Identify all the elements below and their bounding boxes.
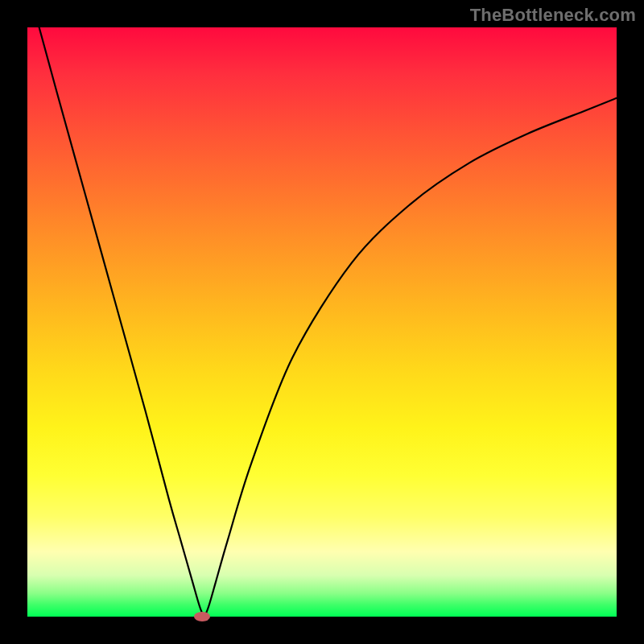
curve-layer bbox=[27, 27, 617, 617]
plot-area bbox=[27, 27, 617, 617]
chart-frame: TheBottleneck.com bbox=[0, 0, 644, 644]
min-marker bbox=[194, 612, 210, 621]
watermark-text: TheBottleneck.com bbox=[470, 5, 636, 26]
bottleneck-curve-path bbox=[39, 27, 617, 617]
